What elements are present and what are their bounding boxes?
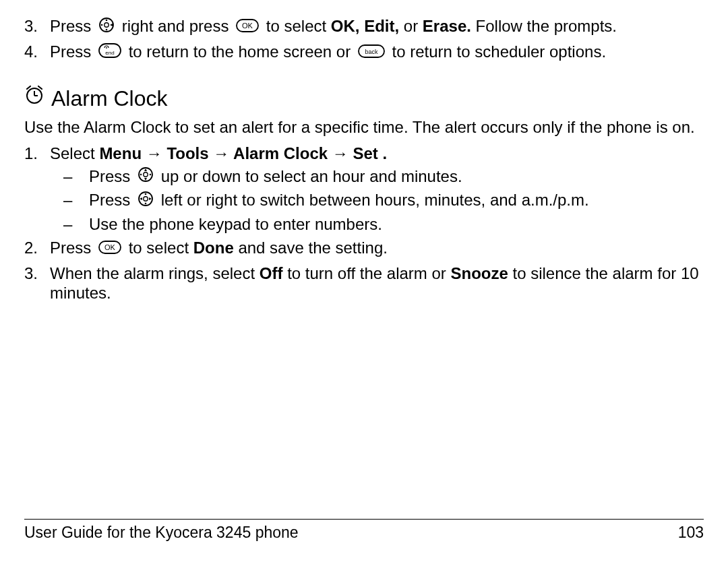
text: Follow the prompts. xyxy=(476,17,617,35)
text: left or right to switch between hours, m… xyxy=(161,191,589,209)
text: or xyxy=(404,17,423,35)
text: right and press xyxy=(122,17,233,35)
sub-step-b: – Press left or right to switch between … xyxy=(63,190,704,212)
text: Press xyxy=(50,17,96,35)
ok-button-icon: OK xyxy=(236,17,259,36)
svg-point-22 xyxy=(140,174,142,176)
step-body: Press OK to select Done and save the set… xyxy=(50,238,704,259)
footer-page-number: 103 xyxy=(678,524,704,542)
step-number: 1. xyxy=(24,144,50,163)
svg-text:end: end xyxy=(105,50,114,56)
svg-text:OK: OK xyxy=(104,243,116,251)
svg-line-16 xyxy=(27,86,30,89)
text: to return to the home screen or xyxy=(129,42,355,61)
step-3: 3. Press right and press OK to select OK… xyxy=(24,16,704,38)
alarm-steps-list: 1. Select Menu → Tools → Alarm Clock → S… xyxy=(24,144,704,303)
svg-marker-20 xyxy=(144,168,147,171)
svg-marker-5 xyxy=(110,24,113,26)
arrow: → xyxy=(213,144,233,162)
dash: – xyxy=(63,190,89,210)
page-footer: User Guide for the Kyocera 3245 phone 10… xyxy=(24,519,704,542)
step-body: Press end to return to the home screen o… xyxy=(50,42,704,63)
sub-body: Use the phone keypad to enter numbers. xyxy=(89,214,704,234)
arrow: → xyxy=(332,144,353,162)
sub-body: Press up or down to select an hour and m… xyxy=(89,166,704,188)
svg-point-9 xyxy=(106,47,107,49)
step-4: 4. Press end to return to the home scree… xyxy=(24,42,704,63)
intro-text: Use the Alarm Clock to set an alert for … xyxy=(24,117,704,137)
svg-point-4 xyxy=(101,24,103,26)
menu-path-tools: Tools xyxy=(166,144,208,162)
menu-path-alarm-clock: Alarm Clock xyxy=(233,144,328,162)
ok-button-icon: OK xyxy=(98,239,121,258)
text: When the alarm rings, select xyxy=(50,264,260,282)
prev-steps-list: 3. Press right and press OK to select OK… xyxy=(24,16,704,63)
page: 3. Press right and press OK to select OK… xyxy=(0,0,728,562)
step-number: 3. xyxy=(24,16,50,36)
svg-point-3 xyxy=(106,28,108,30)
menu-path-menu: Menu xyxy=(99,144,142,162)
bold-snooze: Snooze xyxy=(450,264,508,282)
bold-off: Off xyxy=(260,264,283,282)
svg-point-1 xyxy=(104,22,109,26)
text: and save the setting. xyxy=(238,239,387,257)
text: to select xyxy=(129,239,193,257)
nav-right-icon xyxy=(98,17,115,37)
step-number: 3. xyxy=(24,263,50,283)
svg-point-27 xyxy=(145,203,147,205)
svg-line-17 xyxy=(38,86,42,89)
menu-path-set: Set xyxy=(353,144,377,162)
text: Press xyxy=(89,167,135,185)
svg-marker-28 xyxy=(140,197,142,200)
dash: – xyxy=(63,214,89,234)
content-area: 3. Press right and press OK to select OK… xyxy=(24,16,704,303)
svg-text:OK: OK xyxy=(242,22,253,30)
svg-marker-21 xyxy=(144,178,147,181)
svg-text:back: back xyxy=(365,48,378,55)
svg-marker-29 xyxy=(149,197,152,200)
text: Press xyxy=(50,42,96,61)
sub-steps: – Press up or down to select an hour and… xyxy=(50,166,704,235)
text: Press xyxy=(89,191,135,209)
step-number: 2. xyxy=(24,238,50,257)
end-button-icon: end xyxy=(98,42,121,62)
dash: – xyxy=(63,166,89,186)
svg-point-23 xyxy=(150,174,152,176)
text: Select xyxy=(50,144,99,162)
sub-body: Press left or right to switch between ho… xyxy=(89,190,704,212)
bold-done: Done xyxy=(193,239,234,257)
footer-left: User Guide for the Kyocera 3245 phone xyxy=(24,524,299,542)
period: . xyxy=(383,144,388,162)
alarm-clock-heading: Alarm Clock xyxy=(24,86,704,112)
sub-step-a: – Press up or down to select an hour and… xyxy=(63,166,704,188)
svg-point-2 xyxy=(106,19,108,21)
step-number: 4. xyxy=(24,42,50,61)
bold-text: Erase. xyxy=(423,17,471,35)
nav-left-right-icon xyxy=(138,191,154,211)
text: up or down to select an hour and minutes… xyxy=(161,167,462,185)
step-body: When the alarm rings, select Off to turn… xyxy=(50,263,704,303)
arrow: → xyxy=(146,144,167,162)
text: to turn off the alarm or xyxy=(287,264,450,282)
text: Use the phone keypad to enter numbers. xyxy=(89,215,382,233)
step-body: Press right and press OK to select OK, E… xyxy=(50,16,704,38)
nav-up-down-icon xyxy=(138,166,154,187)
text: to return to scheduler options. xyxy=(392,42,607,61)
svg-point-26 xyxy=(145,193,147,195)
sub-step-c: – Use the phone keypad to enter numbers. xyxy=(63,214,704,234)
back-button-icon: back xyxy=(358,42,385,62)
alarm-clock-icon xyxy=(24,85,44,111)
bold-text: OK, Edit, xyxy=(331,17,399,35)
svg-point-25 xyxy=(144,197,148,201)
heading-text: Alarm Clock xyxy=(51,86,167,112)
alarm-step-1: 1. Select Menu → Tools → Alarm Clock → S… xyxy=(24,144,704,234)
alarm-step-2: 2. Press OK to select Done and save the … xyxy=(24,238,704,259)
alarm-step-3: 3. When the alarm rings, select Off to t… xyxy=(24,263,704,303)
step-body: Select Menu → Tools → Alarm Clock → Set … xyxy=(50,144,704,234)
text: Press xyxy=(50,239,96,257)
text: to select xyxy=(266,17,331,35)
svg-point-19 xyxy=(144,173,148,177)
